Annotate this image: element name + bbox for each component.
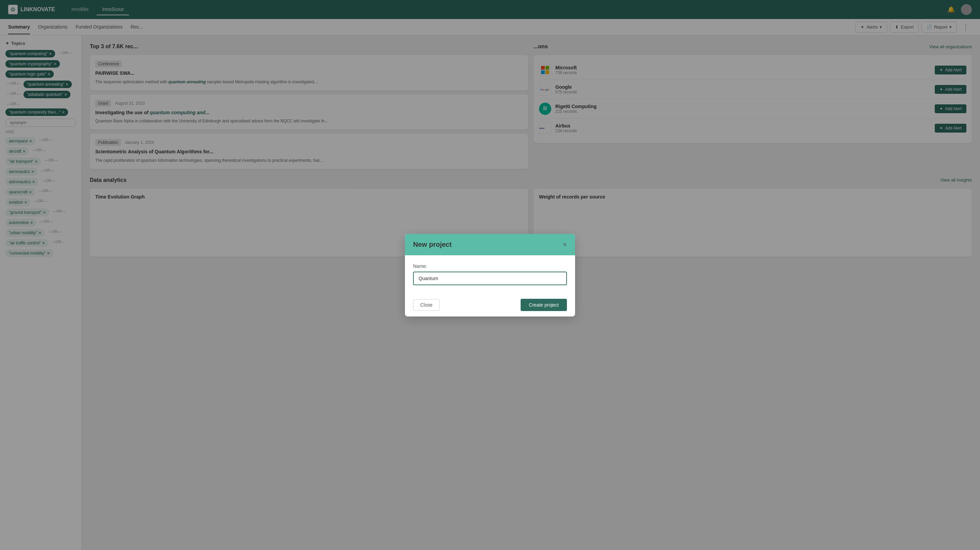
modal-title: New project xyxy=(413,241,452,249)
modal-header: New project × xyxy=(405,234,575,255)
modal-name-label: Name: xyxy=(413,263,567,269)
new-project-modal: New project × Name: Close Create project xyxy=(405,234,575,317)
modal-overlay[interactable]: New project × Name: Close Create project xyxy=(0,0,980,550)
modal-close-btn[interactable]: Close xyxy=(413,299,440,311)
modal-create-btn[interactable]: Create project xyxy=(520,299,567,311)
modal-name-input[interactable] xyxy=(413,272,567,285)
modal-close-button[interactable]: × xyxy=(563,241,567,248)
modal-body: Name: xyxy=(405,255,575,293)
modal-footer: Close Create project xyxy=(405,293,575,317)
